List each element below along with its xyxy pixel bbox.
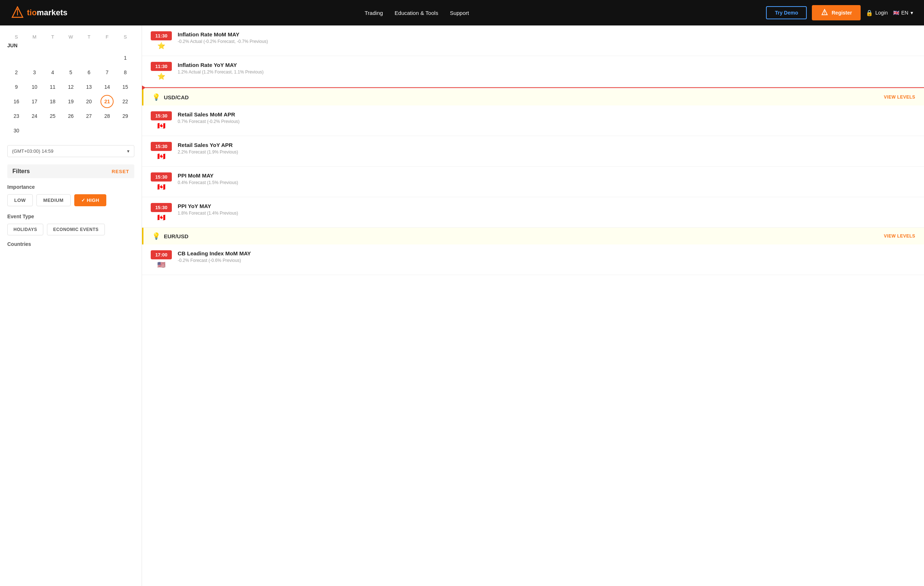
header-actions: Try Demo Register 🔒 Login 🇬🇧 EN ▾: [766, 5, 913, 20]
event-type-holidays-button[interactable]: HOLIDAYS: [7, 224, 43, 235]
nav-education-tools[interactable]: Education & Tools: [394, 10, 438, 16]
calendar-day-20[interactable]: 20: [82, 95, 96, 108]
reset-button[interactable]: RESET: [112, 169, 129, 174]
view-levels-eurusd-button[interactable]: VIEW LEVELS: [884, 234, 915, 239]
event-detail-2: 1.2% Actual (1.2% Forecast, 1.1% Previou…: [178, 69, 915, 74]
dropdown-icon: ▾: [127, 148, 130, 154]
main-nav: Trading Education & Tools Support: [365, 10, 469, 16]
calendar: S M T W T F S JUN12345678910111213141516…: [7, 33, 134, 138]
calendar-day-11[interactable]: 11: [46, 81, 59, 94]
logo-markets: markets: [37, 8, 68, 17]
logo-text: tiomarkets: [27, 8, 68, 18]
register-button[interactable]: Register: [812, 5, 861, 20]
lock-icon: 🔒: [866, 10, 873, 16]
calendar-day-14[interactable]: 14: [101, 81, 114, 94]
flag-ca-1: 🇨🇦: [151, 122, 172, 130]
calendar-day-26[interactable]: 26: [64, 109, 77, 123]
calendar-day-5[interactable]: 5: [64, 66, 77, 79]
svg-point-2: [17, 9, 18, 10]
currency-band-left-2: 💡 EUR/USD: [152, 232, 188, 240]
header: tiomarkets Trading Education & Tools Sup…: [0, 0, 924, 25]
event-info-5: PPI MoM MAY 0.4% Forecast (1.5% Previous…: [178, 173, 915, 185]
calendar-day-18[interactable]: 18: [46, 95, 59, 108]
importance-low-button[interactable]: LOW: [7, 194, 33, 206]
calendar-day-15[interactable]: 15: [119, 81, 132, 94]
calendar-day-9[interactable]: 9: [10, 81, 23, 94]
event-info-7: CB Leading Index MoM MAY -0.2% Forecast …: [178, 250, 915, 263]
time-badge-1530-1: 15:30: [151, 111, 172, 120]
calendar-day-19[interactable]: 19: [64, 95, 77, 108]
calendar-day-29[interactable]: 29: [119, 109, 132, 123]
chevron-down-icon: ▾: [911, 10, 913, 16]
calendar-day-30[interactable]: 30: [10, 124, 23, 137]
currency-band-eurusd: 💡 EUR/USD VIEW LEVELS: [142, 228, 924, 244]
event-ppi-mom: 15:30 🇨🇦 PPI MoM MAY 0.4% Forecast (1.5%…: [142, 166, 924, 197]
calendar-day-1[interactable]: 1: [119, 51, 132, 64]
importance-high-button[interactable]: HIGH: [74, 194, 106, 206]
calendar-day-12[interactable]: 12: [64, 81, 77, 94]
weekday-tue: T: [44, 33, 62, 41]
event-info-1: Inflation Rate MoM MAY -0.2% Actual (-0.…: [178, 31, 915, 44]
time-badge-1530-4: 15:30: [151, 203, 172, 212]
filters-header: Filters RESET: [7, 165, 134, 178]
calendar-day-17[interactable]: 17: [28, 95, 41, 108]
calendar-day-24[interactable]: 24: [28, 109, 41, 123]
event-detail-5: 0.4% Forecast (1.5% Previous): [178, 180, 915, 185]
flag-hk-2: ⭐: [151, 72, 172, 81]
calendar-day-25[interactable]: 25: [46, 109, 59, 123]
importance-label: Importance: [7, 184, 134, 190]
event-title-1: Inflation Rate MoM MAY: [178, 31, 915, 38]
calendar-day-3[interactable]: 3: [28, 66, 41, 79]
calendar-day-27[interactable]: 27: [82, 109, 96, 123]
time-badge-1130-2: 11:30: [151, 62, 172, 71]
flag-ca-2: 🇨🇦: [151, 152, 172, 160]
filters-title: Filters: [12, 168, 30, 174]
calendar-day-7[interactable]: 7: [101, 66, 114, 79]
calendar-day-2[interactable]: 2: [10, 66, 23, 79]
view-levels-usdcad-button[interactable]: VIEW LEVELS: [884, 95, 915, 100]
event-title-7: CB Leading Index MoM MAY: [178, 250, 915, 257]
logo: tiomarkets: [11, 6, 68, 19]
calendar-day-16[interactable]: 16: [10, 95, 23, 108]
calendar-day-13[interactable]: 13: [82, 81, 96, 94]
register-label: Register: [832, 10, 852, 16]
logo-tio: tio: [27, 8, 37, 17]
language-selector[interactable]: 🇬🇧 EN ▾: [893, 10, 913, 16]
calendar-day-10[interactable]: 10: [28, 81, 41, 94]
calendar-day-6[interactable]: 6: [82, 66, 96, 79]
currency-band-left-1: 💡 USD/CAD: [152, 93, 188, 101]
nav-support[interactable]: Support: [450, 10, 469, 16]
weekday-thu: T: [80, 33, 98, 41]
event-inflation-yoy: 11:30 ⭐ Inflation Rate YoY MAY 1.2% Actu…: [142, 56, 924, 87]
currency-band-usdcad: 💡 USD/CAD VIEW LEVELS: [142, 89, 924, 105]
calendar-day-21[interactable]: 21: [101, 95, 114, 108]
calendar-day-8[interactable]: 8: [119, 66, 132, 79]
event-time-col-2: 15:30 🇨🇦: [151, 142, 172, 160]
calendar-grid: JUN1234567891011121314151617181920212223…: [7, 43, 134, 138]
event-cb-leading-index: 17:00 🇺🇸 CB Leading Index MoM MAY -0.2% …: [142, 244, 924, 275]
currency-pair-eurusd: EUR/USD: [164, 233, 188, 239]
event-ppi-yoy: 15:30 🇨🇦 PPI YoY MAY 1.8% Forecast (1.4%…: [142, 197, 924, 228]
event-title-5: PPI MoM MAY: [178, 173, 915, 179]
nav-trading[interactable]: Trading: [365, 10, 383, 16]
login-button[interactable]: 🔒 Login: [866, 10, 888, 16]
calendar-day-4[interactable]: 4: [46, 66, 59, 79]
calendar-days-grid: 1234567891011121314151617181920212223242…: [7, 51, 134, 138]
event-title-6: PPI YoY MAY: [178, 203, 915, 209]
event-time-badge-2: 11:30 ⭐: [151, 62, 172, 81]
filters-section: Filters RESET Importance LOW MEDIUM HIGH…: [7, 165, 134, 247]
importance-medium-button[interactable]: MEDIUM: [36, 194, 71, 206]
try-demo-button[interactable]: Try Demo: [766, 6, 807, 19]
time-badge-1530-3: 15:30: [151, 173, 172, 181]
calendar-day-22[interactable]: 22: [119, 95, 132, 108]
weekday-sun: S: [7, 33, 25, 41]
event-type-buttons: HOLIDAYS ECONOMIC EVENTS: [7, 224, 134, 235]
event-time-col-1: 15:30 🇨🇦: [151, 111, 172, 130]
timezone-selector[interactable]: (GMT+03:00) 14:59 ▾: [7, 145, 134, 157]
calendar-day-28[interactable]: 28: [101, 109, 114, 123]
calendar-day-23[interactable]: 23: [10, 109, 23, 123]
event-detail-1: -0.2% Actual (-0.2% Forecast, -0.7% Prev…: [178, 39, 915, 44]
event-type-economic-button[interactable]: ECONOMIC EVENTS: [47, 224, 105, 235]
event-title-4: Retail Sales YoY APR: [178, 142, 915, 148]
logo-icon: [11, 6, 24, 19]
